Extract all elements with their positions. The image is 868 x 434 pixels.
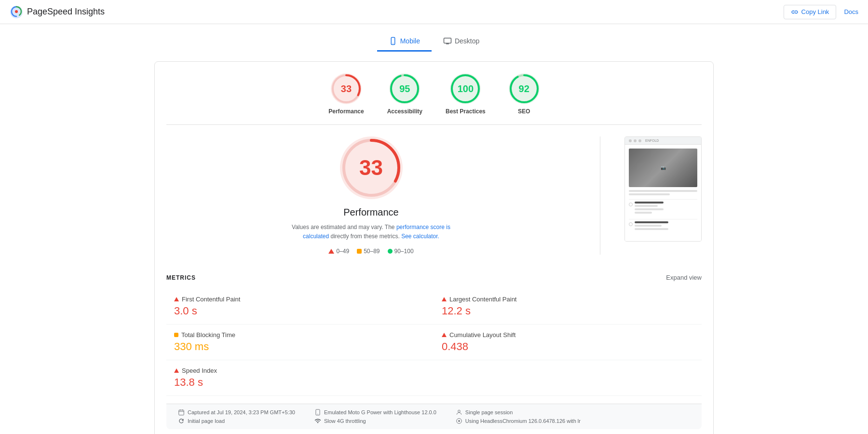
metrics-section: METRICS Expand view First Contentful Pai… [166, 266, 702, 396]
cls-value: 0.438 [442, 340, 694, 353]
app-title: PageSpeed Insights [27, 7, 105, 17]
footer-row-capture: Captured at Jul 19, 2024, 3:23 PM GMT+5:… [178, 409, 295, 416]
fcp-name: First Contentful Paint [182, 296, 240, 303]
cls-name: Cumulative Layout Shift [449, 331, 515, 339]
section1-text-1 [635, 205, 658, 207]
tabs-container: Mobile Desktop [0, 24, 868, 52]
svg-point-23 [458, 410, 461, 413]
tbt-name: Total Blocking Time [181, 331, 235, 339]
browser-dot-2 [634, 139, 637, 142]
footer-row-session: Single page session [456, 409, 581, 416]
legend-pass: 90–100 [388, 248, 414, 255]
cls-name-row: Cumulative Layout Shift [442, 331, 694, 339]
seo-label: SEO [518, 108, 530, 115]
tbt-value: 330 ms [174, 340, 426, 353]
expand-view-button[interactable]: Expand view [666, 274, 702, 281]
vertical-divider [600, 136, 600, 255]
throttling-info: Slow 4G throttling [324, 418, 366, 424]
copy-link-label: Copy Link [801, 8, 829, 15]
copy-link-button[interactable]: Copy Link [784, 5, 837, 19]
footer-row-device: Emulated Moto G Power with Lighthouse 12… [314, 409, 436, 416]
tab-mobile[interactable]: Mobile [377, 32, 432, 52]
screenshot-image: 📷 [629, 149, 697, 187]
legend-average-label: 50–89 [364, 248, 380, 255]
svg-rect-4 [444, 38, 451, 43]
score-item-accessibility[interactable]: 95 Accessibility [387, 73, 422, 115]
capture-time: Captured at Jul 19, 2024, 3:23 PM GMT+5:… [188, 409, 295, 415]
score-item-seo[interactable]: 92 SEO [509, 73, 540, 115]
score-item-performance[interactable]: 33 Performance [328, 73, 364, 115]
lcp-name: Largest Contentful Paint [449, 296, 516, 303]
metric-tbt: Total Blocking Time 330 ms [166, 325, 434, 360]
footer-row-chrome: Using HeadlessChromium 126.0.6478.126 wi… [456, 418, 581, 424]
header: PageSpeed Insights Copy Link Docs [0, 0, 868, 24]
accessibility-label: Accessibility [387, 108, 422, 115]
big-performance-circle: 33 [340, 136, 403, 199]
fcp-value: 3.0 s [174, 305, 426, 317]
page-load-type: Initial page load [188, 418, 225, 424]
tab-desktop-label: Desktop [455, 37, 479, 45]
description-mid: directly from these metrics. [330, 233, 399, 240]
svg-point-1 [15, 10, 18, 13]
section1-text-2 [635, 208, 664, 210]
tab-desktop[interactable]: Desktop [432, 32, 491, 52]
browser-dot-1 [629, 139, 632, 142]
session-type: Single page session [465, 409, 513, 415]
calculator-link[interactable]: See calculator. [401, 233, 439, 240]
fcp-icon [174, 297, 179, 301]
fail-icon [328, 249, 334, 254]
emulation-info: Emulated Moto G Power with Lighthouse 12… [324, 409, 436, 415]
lcp-icon [442, 297, 447, 301]
score-item-best-practices[interactable]: 100 Best Practices [446, 73, 486, 115]
section1-title [635, 202, 664, 203]
footer-row-throttle: Slow 4G throttling [314, 418, 436, 424]
screenshot-section-1 [629, 199, 697, 215]
icon-row-1 [629, 202, 697, 215]
legend-pass-label: 90–100 [394, 248, 414, 255]
performance-description: Values are estimated and may vary. The p… [280, 223, 463, 241]
svg-point-22 [317, 414, 318, 414]
pagespeed-logo-icon [10, 5, 23, 19]
scores-row: 33 Performance 95 Accessibility [166, 73, 702, 125]
mobile-icon [389, 37, 397, 45]
refresh-icon [178, 418, 185, 424]
cls-icon [442, 333, 447, 337]
section1-text-3 [635, 212, 652, 214]
footer-col-1: Captured at Jul 19, 2024, 3:23 PM GMT+5:… [178, 409, 295, 424]
svg-point-3 [393, 43, 393, 44]
section2-text-2 [635, 228, 668, 230]
screenshot-header: ENFOLD [625, 137, 701, 145]
legend-fail-label: 0–49 [336, 248, 349, 255]
description-text: Values are estimated and may vary. The [292, 224, 394, 231]
link-icon [791, 8, 799, 16]
big-performance-score: 33 [359, 156, 383, 180]
footer-col-2: Emulated Moto G Power with Lighthouse 12… [314, 409, 436, 424]
screenshot-panel: ENFOLD 📷 [624, 136, 702, 242]
si-icon [174, 368, 179, 373]
header-left: PageSpeed Insights [10, 5, 105, 19]
footer-col-3: Single page session Using HeadlessChromi… [456, 409, 581, 424]
metric-lcp: Largest Contentful Paint 12.2 s [434, 289, 702, 325]
docs-link[interactable]: Docs [844, 8, 858, 15]
device-icon [314, 409, 321, 416]
lcp-value: 12.2 s [442, 305, 694, 317]
text-line-2 [629, 193, 670, 195]
metrics-grid: First Contentful Paint 3.0 s Largest Con… [166, 289, 702, 396]
section2-title [635, 221, 668, 223]
main-content: 33 Performance 95 Accessibility [145, 52, 723, 434]
accessibility-circle: 95 [389, 73, 420, 104]
lcp-name-row: Largest Contentful Paint [442, 296, 694, 303]
score-card: 33 Performance 95 Accessibility [154, 61, 714, 434]
metrics-header: METRICS Expand view [166, 274, 702, 281]
average-icon [357, 249, 362, 254]
screenshot-body: 📷 [625, 145, 701, 241]
icon-row-2 [629, 221, 697, 231]
detail-section: 33 Performance Values are estimated and … [166, 136, 702, 255]
section2-text-1 [635, 225, 662, 227]
section-icon-1 [629, 203, 633, 206]
best-practices-circle: 100 [450, 73, 481, 104]
text-line-1 [629, 190, 697, 192]
performance-detail-left: 33 Performance Values are estimated and … [166, 136, 576, 255]
metric-fcp: First Contentful Paint 3.0 s [166, 289, 434, 325]
header-right: Copy Link Docs [784, 5, 858, 19]
